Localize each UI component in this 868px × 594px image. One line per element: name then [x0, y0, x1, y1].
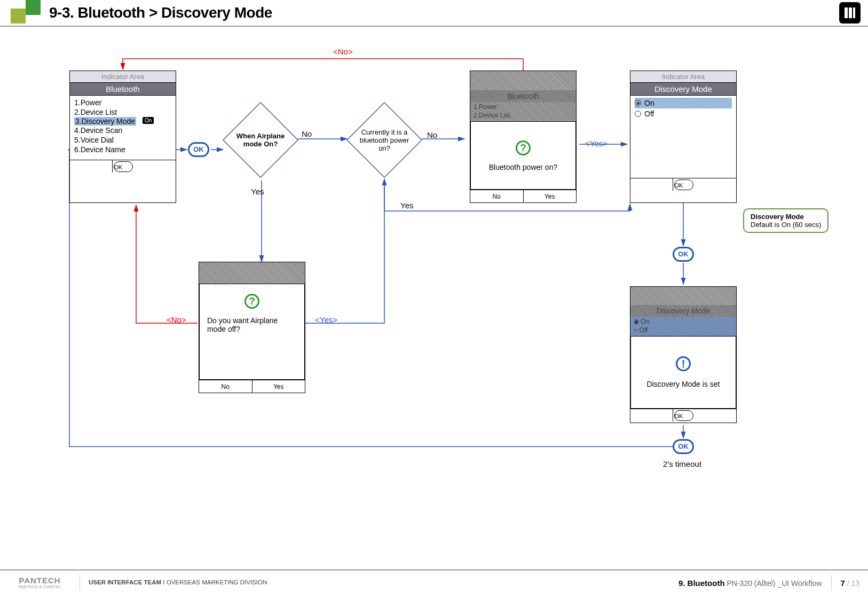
- note-body: Default is On (60 secs): [751, 221, 821, 229]
- softkey-yes[interactable]: Yes: [524, 190, 577, 202]
- screen-airplane-popup: ? Do you want Airplane mode off? No Yes: [199, 262, 305, 393]
- radio-label: Off: [644, 110, 654, 118]
- screen-bt-power-popup: Bluetooth 1.Power 2.Device List ? Blueto…: [470, 71, 577, 203]
- title-bar: Discovery Mode: [630, 83, 736, 96]
- radio-label: On: [644, 99, 654, 107]
- radio-option-on[interactable]: On: [635, 98, 732, 108]
- page-header: 9-3. Bluetooth > Discovery Mode: [0, 0, 868, 27]
- dimmed-title: Discovery Mode: [630, 305, 736, 317]
- svg-rect-0: [845, 7, 848, 18]
- menu-list: 1.Power 2.Device List 3.Discovery Mode O…: [70, 96, 176, 160]
- decision-text: When Airplane mode On?: [231, 132, 290, 148]
- timeout-label: 2's timeout: [663, 459, 701, 468]
- indicator-area: Indicator Area: [70, 71, 176, 83]
- edge-label-yes: <Yes>: [315, 315, 337, 324]
- menu-item[interactable]: 1.Power: [74, 98, 171, 107]
- team-text: USER INTERFACE TEAM I OVERSEAS MARKETING…: [80, 579, 267, 585]
- softkey-right[interactable]: [695, 409, 737, 421]
- question-icon: ?: [516, 140, 531, 155]
- popup-message: Discovery Mode is set: [643, 376, 724, 393]
- decision-text: Currently it is a bluetooth power on?: [355, 128, 414, 152]
- softkey-ok[interactable]: OK: [674, 410, 693, 421]
- dimmed-indicator: [199, 262, 305, 284]
- menu-item[interactable]: 6.Device Name: [74, 145, 171, 154]
- softkey-ok[interactable]: OK: [674, 179, 693, 190]
- menu-item-label: 3.Discovery Mode: [74, 117, 136, 126]
- edge-label-yes: Yes: [400, 201, 413, 210]
- edge-label-no: No: [302, 129, 312, 138]
- softkey-bar: OK: [630, 409, 736, 421]
- dimmed-title: Bluetooth: [470, 90, 576, 102]
- on-badge: On: [143, 117, 154, 124]
- dimmed-options: ◉ On ○ Off: [630, 317, 736, 336]
- menu-item[interactable]: 4.Device Scan: [74, 126, 171, 135]
- color-tab: [11, 0, 40, 24]
- ok-action-pill: OK: [673, 247, 694, 262]
- edge-label-yes: <Yes>: [585, 139, 607, 148]
- decision-bt-power: Currently it is a bluetooth power on?: [347, 103, 422, 177]
- ok-action-pill: OK: [188, 142, 209, 157]
- softkey-left[interactable]: [630, 409, 673, 421]
- dimmed-menu: 1.Power 2.Device List: [470, 102, 576, 121]
- pantech-logo: PANTECH PANTECH & CURITEL: [0, 574, 80, 590]
- softkey-no[interactable]: No: [470, 190, 524, 202]
- softkey-left[interactable]: [70, 160, 113, 173]
- softkey-bar: No Yes: [470, 190, 576, 202]
- softkey-no[interactable]: No: [199, 380, 252, 393]
- menu-item[interactable]: 2.Device List: [74, 107, 171, 117]
- edge-label-no: <No>: [167, 315, 186, 324]
- menu-item[interactable]: 5.Voice Dial: [74, 135, 171, 145]
- page-title: 9-3. Bluetooth > Discovery Mode: [49, 4, 272, 21]
- edge-label-yes: Yes: [251, 187, 264, 196]
- softkey-right[interactable]: [695, 178, 737, 191]
- indicator-area: Indicator Area: [630, 71, 736, 83]
- info-icon: !: [676, 356, 691, 371]
- radio-list: On Off: [630, 96, 736, 178]
- dimmed-indicator: [470, 71, 576, 90]
- diagram-canvas: Indicator Area Bluetooth 1.Power 2.Devic…: [0, 27, 868, 569]
- svg-rect-2: [853, 7, 855, 18]
- popup-message: Bluetooth power on?: [486, 160, 561, 175]
- note-title: Discovery Mode: [751, 213, 804, 221]
- footer-right: 9. Bluetooth PN-320 (Alltel) _UI Workflo…: [678, 570, 868, 594]
- screen-discovery-set-popup: Discovery Mode ◉ On ○ Off ! Discovery Mo…: [630, 286, 737, 423]
- title-bar: Bluetooth: [70, 83, 176, 96]
- svg-rect-1: [849, 7, 852, 18]
- softkey-left[interactable]: [630, 178, 673, 191]
- softkey-bar: OK: [70, 160, 176, 173]
- edge-label-no: No: [427, 130, 437, 139]
- question-icon: ?: [244, 294, 259, 309]
- ok-action-pill: OK: [673, 439, 694, 454]
- edge-label-no: <No>: [333, 47, 353, 56]
- softkey-bar: No Yes: [199, 380, 305, 393]
- softkey-yes[interactable]: Yes: [252, 380, 305, 393]
- page-footer: PANTECH PANTECH & CURITEL USER INTERFACE…: [0, 569, 868, 594]
- dimmed-indicator: [630, 287, 736, 305]
- note-box: Discovery Mode Default is On (60 secs): [743, 208, 828, 233]
- menu-item-selected[interactable]: 3.Discovery Mode On: [74, 117, 171, 126]
- screen-bluetooth-menu: Indicator Area Bluetooth 1.Power 2.Devic…: [69, 71, 176, 203]
- screen-discovery-mode: Indicator Area Discovery Mode On Off OK: [630, 71, 737, 203]
- section-text: 9. Bluetooth PN-320 (Alltel) _UI Workflo…: [678, 575, 832, 591]
- decision-airplane-mode: When Airplane mode On?: [223, 103, 298, 177]
- softkey-bar: OK: [630, 178, 736, 191]
- ui-logo-icon: [839, 2, 861, 24]
- softkey-ok[interactable]: OK: [114, 161, 133, 172]
- popup-message: Do you want Airplane mode off?: [205, 313, 299, 337]
- softkey-right[interactable]: [134, 160, 176, 173]
- page-number: 7 / 13: [832, 579, 868, 588]
- radio-option-off[interactable]: Off: [635, 108, 732, 119]
